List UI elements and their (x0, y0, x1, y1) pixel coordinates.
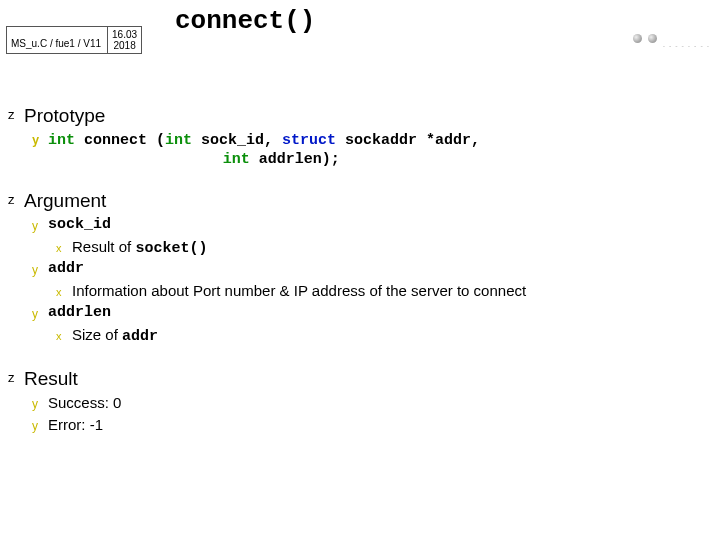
code-text: sock_id, (192, 132, 282, 149)
heading-row: z Prototype (8, 105, 700, 127)
result-row: y Success: 0 (32, 394, 700, 414)
result-text: Error: -1 (48, 416, 103, 433)
bullet-y-icon: y (32, 131, 48, 151)
bullet-y-icon: y (32, 260, 48, 280)
bullet-y-icon: y (32, 394, 48, 414)
section-prototype: z Prototype yint connect (int sock_id, s… (8, 105, 700, 168)
page-title: connect() (175, 6, 315, 36)
arg-name-row: y addrlen (32, 304, 700, 324)
arg-desc-row: x Result of socket() (56, 238, 700, 258)
kw-struct: struct (282, 132, 336, 149)
date-bottom: 2018 (113, 40, 135, 51)
course-code: MS_u.C / fue1 / V11 (7, 27, 108, 53)
arg-name: addrlen (48, 304, 111, 321)
dot-icon (633, 34, 642, 43)
heading-argument: Argument (24, 190, 106, 212)
content-area: z Prototype yint connect (int sock_id, s… (8, 105, 700, 458)
header-date: 16.03 2018 (108, 27, 141, 53)
bullet-y-icon: y (32, 216, 48, 236)
bullet-z-icon: z (8, 105, 24, 125)
bullet-z-icon: z (8, 368, 24, 388)
arg-desc: Information about Port number & IP addre… (72, 282, 526, 301)
code-text: connect ( (75, 132, 165, 149)
slide: MS_u.C / fue1 / V11 16.03 2018 connect()… (0, 0, 720, 540)
slide-decoration: - - - - - - - - (633, 28, 710, 49)
result-row: y Error: -1 (32, 416, 700, 436)
section-argument: z Argument y sock_id x Result of socket(… (8, 190, 700, 346)
arg-name-row: y sock_id (32, 216, 700, 236)
arg-name-row: y addr (32, 260, 700, 280)
arg-desc-text: Result of (72, 238, 135, 255)
section-result: z Result y Success: 0 y Error: -1 (8, 368, 700, 436)
proto-line-2: int addrlen); (223, 151, 700, 168)
heading-row: z Argument (8, 190, 700, 212)
dot-icon (648, 34, 657, 43)
arg-desc-row: x Size of addr (56, 326, 700, 346)
code-text: addrlen); (250, 151, 340, 168)
arg-desc-code: socket() (135, 240, 207, 257)
arg-desc-row: x Information about Port number & IP add… (56, 282, 700, 302)
arg-desc: Size of addr (72, 326, 158, 345)
bullet-z-icon: z (8, 190, 24, 210)
arg-name: sock_id (48, 216, 111, 233)
prototype-code: yint connect (int sock_id, struct sockad… (8, 131, 700, 168)
bullet-x-icon: x (56, 326, 72, 346)
bullet-x-icon: x (56, 238, 72, 258)
arg-desc-text: Size of (72, 326, 122, 343)
arg-desc-text: Information about Port number & IP addre… (72, 282, 526, 299)
header-badge: MS_u.C / fue1 / V11 16.03 2018 (6, 26, 142, 54)
kw-int: int (48, 132, 75, 149)
heading-result: Result (24, 368, 78, 390)
date-top: 16.03 (112, 29, 137, 40)
kw-int: int (223, 151, 250, 168)
heading-prototype: Prototype (24, 105, 105, 127)
heading-row: z Result (8, 368, 700, 390)
result-text: Success: 0 (48, 394, 121, 411)
arg-desc-code: addr (122, 328, 158, 345)
bullet-y-icon: y (32, 304, 48, 324)
arg-desc: Result of socket() (72, 238, 207, 257)
bullet-y-icon: y (32, 416, 48, 436)
dashes-icon: - - - - - - - - (663, 42, 710, 49)
code-text: sockaddr *addr, (336, 132, 480, 149)
kw-int: int (165, 132, 192, 149)
bullet-x-icon: x (56, 282, 72, 302)
arg-name: addr (48, 260, 84, 277)
proto-line-1: yint connect (int sock_id, struct sockad… (32, 131, 700, 151)
